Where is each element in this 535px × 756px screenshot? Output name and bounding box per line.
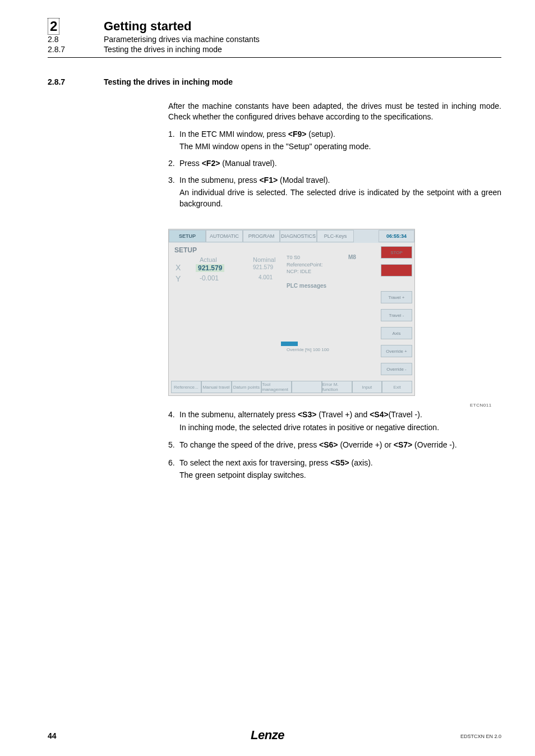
travel-minus-button: Travel -	[381, 309, 412, 321]
step-text: To change the speed of the drive, press …	[179, 440, 457, 449]
step-4: 4.In the submenu, alternately press <S3>…	[168, 409, 501, 433]
tab-program: PROGRAM	[243, 230, 280, 242]
section-number-1: 2.8	[48, 35, 58, 44]
step-text: In the submenu, press <F1> (Modal travel…	[179, 176, 330, 185]
tab-setup: SETUP	[169, 230, 206, 242]
x-axis-label: X	[176, 263, 181, 272]
step-1: 1.In the ETC MMI window, press <F9> (set…	[168, 129, 501, 153]
bottom-btn-1: Reference...	[171, 381, 201, 393]
step-num: 2.	[168, 158, 179, 169]
step-2: 2.Press <F2> (Manual travel).	[168, 158, 501, 169]
info-line-1: T0 S0	[287, 254, 323, 261]
page-number: 44	[48, 731, 57, 740]
m8-label: M8	[348, 254, 356, 260]
override-plus-button: Override +	[381, 345, 412, 357]
status-info: T0 S0 ReferencePoint: NCP: IDLE	[287, 254, 323, 275]
step-detail: An individual drive is selected. The sel…	[179, 187, 501, 209]
actual-label: Actual	[200, 256, 217, 263]
chapter-title: Getting started	[104, 19, 191, 34]
info-line-2: ReferencePoint:	[287, 261, 323, 269]
plc-messages-label: PLC messages	[287, 283, 326, 289]
tab-row: SETUP AUTOMATIC PROGRAM DIAGNOSTICS PLC-…	[169, 229, 414, 243]
section-text-2: Testing the drives in inching mode	[104, 45, 222, 54]
subsection-number: 2.8.7	[48, 77, 65, 86]
step-detail: In inching mode, the selected drive rota…	[179, 422, 501, 434]
header-rule	[48, 57, 501, 58]
bottom-btn-6: Error M. function	[322, 381, 352, 393]
y-actual-value: -0.001	[200, 274, 219, 282]
bottom-btn-7: Input	[352, 381, 382, 393]
bottom-btn-8: Exit	[382, 381, 412, 393]
step-text: In the submenu, alternately press <S3> (…	[179, 410, 422, 419]
intro-paragraph: After the machine constants have been ad…	[168, 101, 501, 122]
x-nominal-value: 921.579	[253, 264, 273, 270]
chapter-number: 2	[48, 18, 59, 35]
bottom-btn-2: Manual travel	[201, 381, 232, 393]
step-num: 5.	[168, 440, 179, 451]
step-num: 1.	[168, 129, 179, 140]
bottom-button-row: Reference... Manual travel Datum points …	[171, 381, 412, 393]
right-button-column: STOP Travel + Travel - Axis Override + O…	[381, 246, 412, 375]
step-text: To select the next axis for traversing, …	[179, 458, 373, 467]
mmi-screenshot: SETUP AUTOMATIC PROGRAM DIAGNOSTICS PLC-…	[168, 229, 415, 396]
x-actual-value: 921.579	[196, 264, 224, 272]
travel-plus-button: Travel +	[381, 291, 412, 303]
tab-diagnostics: DIAGNOSTICS	[280, 230, 317, 242]
red-button-2	[381, 264, 412, 276]
body-content-top: After the machine constants have been ad…	[168, 101, 501, 215]
step-text: In the ETC MMI window, press <F9> (setup…	[179, 130, 335, 139]
step-num: 3.	[168, 175, 179, 186]
bottom-btn-4: Tool management	[261, 381, 292, 393]
step-num: 4.	[168, 409, 179, 421]
figure-code: ETCN011	[470, 403, 492, 408]
step-6: 6.To select the next axis for traversing…	[168, 458, 501, 481]
nominal-label: Nominal	[253, 256, 275, 263]
section-number-2: 2.8.7	[48, 45, 65, 54]
lenze-logo: Lenze	[251, 728, 284, 743]
step-3: 3.In the submenu, press <F1> (Modal trav…	[168, 175, 501, 210]
axis-button: Axis	[381, 327, 412, 339]
step-detail: The MMI window opens in the "Setup" oper…	[179, 141, 501, 153]
info-line-3: NCP: IDLE	[287, 268, 323, 275]
section-text-1: Parameterising drives via machine consta…	[104, 35, 260, 44]
step-text: Press <F2> (Manual travel).	[179, 159, 277, 168]
stop-button: STOP	[381, 246, 412, 259]
step-num: 6.	[168, 458, 179, 469]
override-minus-button: Override -	[381, 363, 412, 375]
bottom-btn-3: Datum points	[232, 381, 262, 393]
setup-heading: SETUP	[174, 246, 197, 254]
y-axis-label: Y	[176, 274, 181, 283]
document-code: EDSTCXN EN 2.0	[460, 734, 501, 739]
step-5: 5.To change the speed of the drive, pres…	[168, 440, 501, 451]
clock: 06:55:34	[379, 230, 414, 242]
bottom-btn-5	[292, 381, 322, 393]
y-nominal-value: 4.001	[259, 274, 273, 280]
override-row: Override [%] 100 100	[287, 347, 329, 352]
tab-plc-keys: PLC-Keys	[317, 230, 354, 242]
subsection-title: Testing the drives in inching mode	[104, 77, 233, 86]
tab-automatic: AUTOMATIC	[206, 230, 243, 242]
step-detail: The green setpoint display switches.	[179, 470, 501, 481]
progress-bar	[281, 342, 298, 346]
body-content-bottom: 4.In the submenu, alternately press <S3>…	[168, 409, 501, 488]
